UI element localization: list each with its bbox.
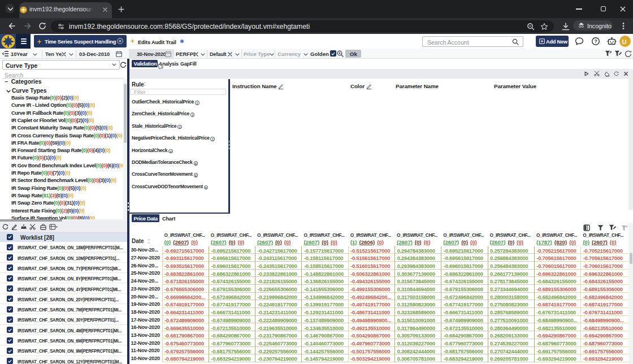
svg-text:?: ? <box>594 38 597 44</box>
